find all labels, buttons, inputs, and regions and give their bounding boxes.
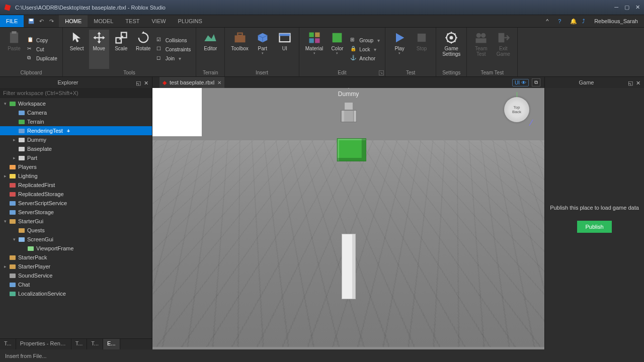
- dummy-model: [339, 102, 359, 122]
- help-icon[interactable]: ?: [558, 18, 565, 25]
- expand-icon[interactable]: ▾: [2, 101, 8, 106]
- group-button[interactable]: ⊞Group▾: [349, 36, 381, 44]
- collisions-toggle[interactable]: ☑Collisions: [155, 36, 192, 44]
- bottom-tab[interactable]: T...: [71, 339, 88, 349]
- expand-icon[interactable]: ▸: [11, 155, 17, 160]
- terrain-editor-button[interactable]: Editor: [200, 30, 220, 69]
- tree-node-label: ReplicatedFirst: [18, 182, 55, 188]
- bottom-tab[interactable]: T...: [87, 339, 103, 349]
- toolbox-button[interactable]: Toolbox: [229, 30, 250, 69]
- constraints-toggle[interactable]: ☐Constraints: [155, 45, 192, 53]
- expand-icon[interactable]: ▸: [2, 264, 8, 269]
- tree-node-label: SoundService: [18, 273, 53, 279]
- tree-node-terrain[interactable]: Terrain: [0, 117, 152, 126]
- notifications-icon[interactable]: 🔔: [570, 18, 577, 25]
- maximize-icon[interactable]: ▢: [624, 4, 629, 11]
- explorer-tree[interactable]: ▾WorkspaceCameraTerrainRenderingTest+▸Du…: [0, 98, 152, 338]
- game-panel-popout-icon[interactable]: ◱: [628, 80, 633, 85]
- close-icon[interactable]: ✕: [635, 4, 640, 11]
- eye-icon: 👁: [521, 80, 526, 85]
- save-icon[interactable]: [28, 18, 35, 25]
- scale-button[interactable]: Scale: [111, 30, 131, 69]
- anchor-button[interactable]: ⚓Anchor: [349, 54, 381, 62]
- bottom-tab[interactable]: Properties - Renderi...: [16, 339, 71, 349]
- file-tab-close-icon[interactable]: ✕: [217, 80, 221, 85]
- game-settings-button[interactable]: Game Settings: [440, 30, 462, 69]
- filter-input[interactable]: [0, 88, 152, 98]
- svg-rect-34: [10, 192, 16, 197]
- undo-icon[interactable]: ↶: [38, 18, 45, 25]
- play-button[interactable]: Play▾: [389, 30, 410, 69]
- tree-node-serverscriptservice[interactable]: ServerScriptService: [0, 199, 152, 208]
- tree-node-localizationservice[interactable]: LocalizationService: [0, 289, 152, 298]
- orientation-indicator[interactable]: Top Back: [504, 97, 529, 122]
- tree-node-replicatedfirst[interactable]: ReplicatedFirst: [0, 180, 152, 190]
- globe-icon: [9, 100, 16, 107]
- tab-plugins[interactable]: PLUGINS: [172, 15, 208, 27]
- expand-icon[interactable]: ▾: [2, 219, 8, 224]
- copy-button[interactable]: 📋Copy: [26, 36, 58, 44]
- tree-node-dummy[interactable]: ▸Dummy: [0, 135, 152, 144]
- window-title: C:\Users\AODRB\Desktop\test baseplate.rb…: [15, 5, 166, 11]
- tree-node-lighting[interactable]: ▸Lighting: [0, 171, 152, 180]
- device-emulator-button[interactable]: ⧉: [532, 78, 540, 86]
- local-icon: [9, 290, 16, 297]
- tree-node-starterplayer[interactable]: ▸StarterPlayer: [0, 262, 152, 271]
- expand-icon[interactable]: ▸: [2, 173, 8, 178]
- file-tab[interactable]: ◆ test baseplate.rbxl ✕: [159, 77, 224, 88]
- file-menu[interactable]: FILE: [0, 15, 24, 27]
- svg-rect-23: [499, 33, 505, 43]
- tree-node-chat[interactable]: Chat: [0, 280, 152, 289]
- username-label[interactable]: Rebellious_Sarah: [594, 18, 638, 24]
- tree-node-renderingtest[interactable]: RenderingTest+: [0, 126, 152, 135]
- move-button[interactable]: Move: [89, 30, 109, 69]
- part-button[interactable]: Part▾: [253, 30, 273, 69]
- tree-node-screengui[interactable]: ▾ScreenGui: [0, 235, 152, 244]
- explorer-panel: Explorer ◱ ✕ ▾WorkspaceCameraTerrainRend…: [0, 77, 152, 349]
- game-panel-close-icon[interactable]: ✕: [636, 80, 641, 85]
- expand-icon[interactable]: ▸: [11, 137, 17, 142]
- tree-node-soundservice[interactable]: SoundService: [0, 271, 152, 280]
- tree-node-serverstorage[interactable]: ServerStorage: [0, 208, 152, 217]
- ui-button[interactable]: UI: [275, 30, 295, 69]
- tree-node-startergui[interactable]: ▾StarterGui: [0, 217, 152, 226]
- share-icon[interactable]: ⤴: [582, 18, 589, 25]
- tree-node-quests[interactable]: Quests: [0, 226, 152, 235]
- lock-button[interactable]: 🔒Lock▾: [349, 45, 381, 53]
- minimize-icon[interactable]: ─: [614, 4, 618, 11]
- tree-node-label: Part: [27, 155, 37, 161]
- cut-button[interactable]: ✂Cut: [26, 45, 58, 53]
- tab-home[interactable]: HOME: [59, 15, 88, 27]
- collapse-ribbon-icon[interactable]: ^: [546, 18, 553, 25]
- tree-node-players[interactable]: Players: [0, 162, 152, 171]
- select-button[interactable]: Select: [67, 30, 87, 69]
- tree-node-starterpack[interactable]: StarterPack: [0, 253, 152, 262]
- tab-model[interactable]: MODEL: [88, 15, 119, 27]
- bottom-tab[interactable]: E...: [103, 339, 120, 349]
- tab-view[interactable]: VIEW: [145, 15, 172, 27]
- redo-icon[interactable]: ↷: [48, 18, 55, 25]
- edit-dialog-launcher[interactable]: ↘: [379, 70, 384, 75]
- expand-icon[interactable]: ▾: [11, 237, 17, 242]
- bottom-tab[interactable]: T...: [0, 339, 16, 349]
- ui-visibility-toggle[interactable]: UI👁: [512, 79, 529, 86]
- tree-node-replicatedstorage[interactable]: ReplicatedStorage: [0, 190, 152, 199]
- duplicate-button[interactable]: ⧉Duplicate: [26, 54, 58, 62]
- paste-button[interactable]: Paste: [4, 30, 24, 69]
- tree-node-part[interactable]: ▸Part: [0, 153, 152, 162]
- rotate-button[interactable]: Rotate: [133, 30, 153, 69]
- join-dropdown[interactable]: ◻Join▾: [155, 54, 192, 62]
- tree-node-viewportframe[interactable]: ViewportFrame: [0, 244, 152, 253]
- viewport-3d[interactable]: Dummy Top Back: [152, 88, 544, 349]
- tree-node-workspace[interactable]: ▾Workspace: [0, 99, 152, 108]
- panel-close-icon[interactable]: ✕: [144, 80, 149, 85]
- tree-node-baseplate[interactable]: Baseplate: [0, 144, 152, 153]
- tree-node-camera[interactable]: Camera: [0, 108, 152, 117]
- tab-test[interactable]: TEST: [119, 15, 145, 27]
- material-button[interactable]: Material▾: [303, 30, 326, 69]
- panel-popout-icon[interactable]: ◱: [136, 80, 141, 85]
- publish-button[interactable]: Publish: [577, 221, 611, 233]
- color-button[interactable]: Color▾: [327, 30, 347, 69]
- svg-point-19: [450, 36, 453, 40]
- add-child-icon[interactable]: +: [65, 127, 72, 134]
